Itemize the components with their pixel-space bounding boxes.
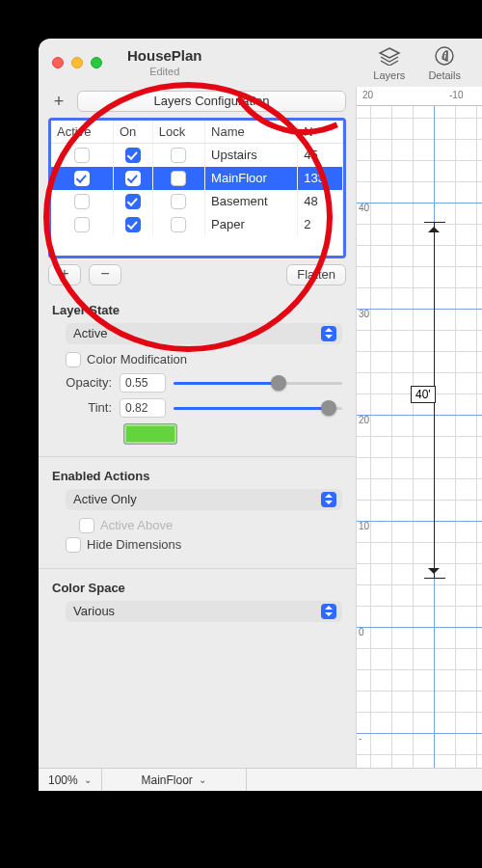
checkbox-icon[interactable]	[171, 148, 186, 163]
document-name: HousePlan	[127, 48, 202, 65]
checkbox-icon	[66, 352, 81, 367]
ruler-horizontal: 20 -10	[357, 87, 482, 106]
active-layer-selector[interactable]: MainFloor⌄	[102, 769, 247, 791]
checkbox-icon[interactable]	[171, 194, 186, 209]
checkbox-icon[interactable]	[74, 171, 90, 186]
layers-icon	[376, 44, 403, 68]
status-bar: 100%⌄ MainFloor⌄	[39, 768, 482, 791]
table-header: Active On Lock Name N	[51, 121, 343, 144]
layer-name: Upstairs	[205, 144, 298, 167]
remove-layer-button[interactable]: −	[89, 264, 121, 285]
checkbox-icon	[66, 537, 81, 553]
color-modification-checkbox[interactable]: Color Modification	[66, 352, 342, 367]
tint-field[interactable]: 0.82	[120, 398, 166, 418]
checkbox-icon[interactable]	[125, 171, 141, 186]
layer-count: 133	[298, 167, 343, 190]
drawing-canvas[interactable]: 20 -10 40 30 20 10 0 - 40'	[357, 87, 482, 768]
dimension-label[interactable]: 40'	[411, 386, 436, 403]
layer-count: 45	[298, 144, 343, 167]
layer-state-popup[interactable]: Active	[66, 323, 342, 344]
layer-name: Basement	[205, 190, 298, 213]
table-row[interactable]: Paper2	[51, 213, 343, 236]
color-space-heading: Color Space	[52, 581, 342, 595]
enabled-actions-popup[interactable]: Active Only	[66, 489, 342, 510]
enabled-actions-heading: Enabled Actions	[52, 469, 342, 483]
flatten-button[interactable]: Flatten	[286, 264, 346, 285]
hide-dimensions-checkbox[interactable]: Hide Dimensions	[66, 537, 342, 553]
checkbox-icon[interactable]	[125, 148, 141, 163]
zoom-icon[interactable]	[91, 57, 102, 68]
ruler-vertical: 40 30 20 10 0 -	[359, 106, 378, 768]
checkbox-icon[interactable]	[74, 194, 90, 209]
svg-text:d: d	[442, 50, 448, 62]
titlebar: HousePlan Edited Layers d Details	[39, 39, 482, 87]
toolbar-details[interactable]: d Details	[420, 42, 469, 83]
layer-count: 48	[298, 190, 343, 213]
table-row[interactable]: Upstairs45	[51, 144, 343, 167]
app-window: HousePlan Edited Layers d Details	[39, 39, 482, 791]
chevron-down-icon: ⌄	[199, 774, 206, 785]
layer-state-heading: Layer State	[52, 303, 342, 317]
opacity-field[interactable]: 0.55	[120, 373, 166, 393]
checkbox-icon[interactable]	[125, 194, 141, 209]
checkbox-icon[interactable]	[74, 148, 90, 163]
add-layer-button[interactable]: +	[48, 264, 81, 285]
table-row[interactable]: Basement48	[51, 190, 343, 213]
color-space-popup[interactable]: Various	[66, 601, 342, 622]
document-status: Edited	[127, 66, 202, 77]
toolbar-layers[interactable]: Layers	[365, 42, 413, 83]
add-panel-button[interactable]: +	[48, 92, 69, 112]
chevron-updown-icon	[321, 604, 336, 619]
zoom-selector[interactable]: 100%⌄	[39, 769, 102, 791]
layers-table[interactable]: Active On Lock Name N Upstairs45MainFloo…	[48, 118, 346, 258]
checkbox-icon	[79, 518, 94, 533]
chevron-updown-icon	[321, 492, 336, 507]
table-row[interactable]: MainFloor133	[51, 167, 343, 190]
tint-slider[interactable]	[174, 400, 342, 416]
chevron-updown-icon	[321, 326, 336, 341]
close-icon[interactable]	[52, 57, 64, 68]
layer-name: Paper	[205, 213, 298, 236]
window-title: HousePlan Edited	[127, 48, 202, 77]
checkbox-icon[interactable]	[74, 217, 90, 232]
window-controls	[52, 57, 102, 68]
opacity-slider[interactable]	[174, 375, 342, 391]
checkbox-icon[interactable]	[171, 217, 186, 232]
layers-configuration-button[interactable]: Layers Configuration	[77, 91, 346, 112]
tint-color-swatch[interactable]	[123, 423, 177, 445]
details-icon: d	[431, 44, 458, 68]
checkbox-icon[interactable]	[171, 171, 186, 186]
checkbox-icon[interactable]	[125, 217, 141, 232]
layers-panel: + Layers Configuration Active On Lock Na…	[39, 87, 357, 768]
active-above-checkbox: Active Above	[79, 518, 342, 533]
layer-count: 2	[298, 213, 343, 236]
minimize-icon[interactable]	[71, 57, 83, 68]
layer-name: MainFloor	[205, 167, 298, 190]
chevron-down-icon: ⌄	[84, 774, 92, 785]
